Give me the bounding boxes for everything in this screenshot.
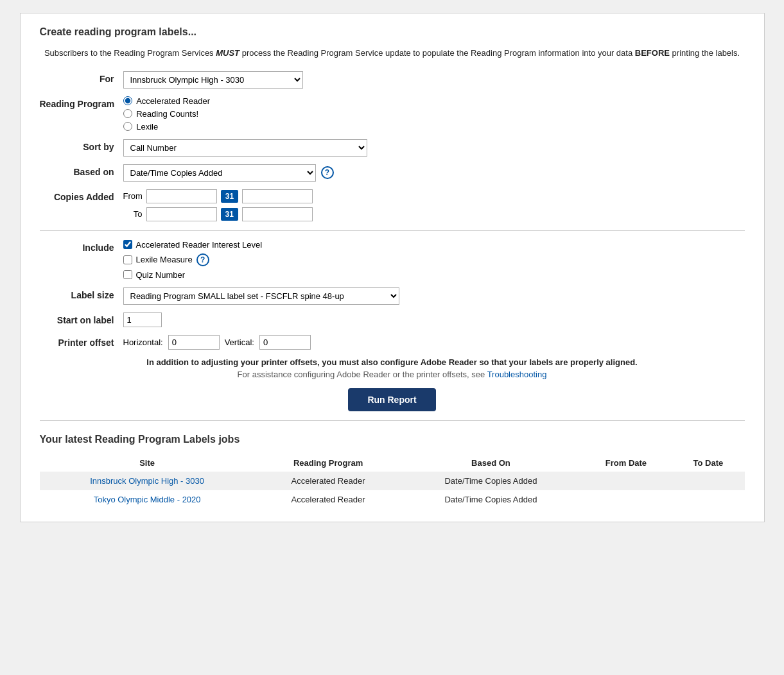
copies-added-label: Copies Added bbox=[40, 189, 123, 202]
col-from-date: From Date bbox=[580, 454, 672, 472]
from-date-input[interactable] bbox=[146, 189, 217, 203]
label-size-row: Label size Reading Program SMALL label s… bbox=[40, 287, 745, 305]
copies-added-content: From 31 To 31 bbox=[123, 189, 745, 221]
checkbox-ar-interest-label: Accelerated Reader Interest Level bbox=[136, 240, 263, 250]
based-on-select[interactable]: Date/Time Copies Added All Copies New Co… bbox=[123, 164, 316, 182]
jobs-section-title: Your latest Reading Program Labels jobs bbox=[40, 434, 745, 445]
start-on-label-row: Start on label bbox=[40, 312, 745, 327]
row1-reading-program: Accelerated Reader bbox=[255, 472, 402, 490]
printer-offset-row-inner: Horizontal: Vertical: bbox=[123, 335, 745, 350]
row2-to-date bbox=[672, 490, 744, 509]
jobs-header-row: Site Reading Program Based On From Date … bbox=[40, 454, 745, 472]
sort-by-row: Sort by Call Number Title Author bbox=[40, 139, 745, 157]
col-to-date: To Date bbox=[672, 454, 744, 472]
notice-must: MUST bbox=[216, 48, 240, 58]
sort-by-select[interactable]: Call Number Title Author bbox=[123, 139, 367, 157]
checkbox-quiz-number-label: Quiz Number bbox=[136, 270, 186, 280]
checkbox-lexile-measure-input[interactable] bbox=[123, 255, 132, 264]
sort-by-label: Sort by bbox=[40, 139, 123, 152]
jobs-table-body: Innsbruck Olympic High - 3030 Accelerate… bbox=[40, 472, 745, 509]
for-content: Innsbruck Olympic High - 3030 Tokyo Olym… bbox=[123, 71, 745, 89]
table-row: Innsbruck Olympic High - 3030 Accelerate… bbox=[40, 472, 745, 490]
include-label: Include bbox=[40, 240, 123, 253]
based-on-content: Date/Time Copies Added All Copies New Co… bbox=[123, 164, 745, 182]
to-time-input[interactable] bbox=[242, 207, 313, 221]
row1-site-link[interactable]: Innsbruck Olympic High - 3030 bbox=[90, 476, 204, 486]
horizontal-label: Horizontal: bbox=[123, 338, 163, 347]
radio-ar[interactable]: Accelerated Reader bbox=[123, 96, 744, 106]
col-site: Site bbox=[40, 454, 255, 472]
checkbox-ar-interest-input[interactable] bbox=[123, 240, 132, 249]
radio-ar-input[interactable] bbox=[123, 96, 132, 105]
from-date-row: From 31 bbox=[123, 189, 745, 203]
checkbox-quiz-number[interactable]: Quiz Number bbox=[123, 270, 745, 280]
horizontal-input[interactable] bbox=[168, 335, 220, 350]
row1-to-date bbox=[672, 472, 744, 490]
notice-before: BEFORE bbox=[635, 48, 670, 58]
based-on-help-icon[interactable]: ? bbox=[321, 166, 334, 179]
page-title: Create reading program labels... bbox=[40, 26, 745, 38]
to-date-row: To 31 bbox=[123, 207, 745, 221]
reading-program-row: Reading Program Accelerated Reader Readi… bbox=[40, 96, 745, 132]
checkbox-lexile-measure[interactable]: Lexile Measure ? bbox=[123, 253, 745, 266]
adobe-notice: In addition to adjusting your printer of… bbox=[40, 357, 745, 367]
run-report-button[interactable]: Run Report bbox=[348, 388, 435, 411]
to-calendar-btn[interactable]: 31 bbox=[221, 208, 238, 221]
row2-site-link[interactable]: Tokyo Olympic Middle - 2020 bbox=[94, 495, 201, 504]
row2-reading-program: Accelerated Reader bbox=[255, 490, 402, 509]
from-time-input[interactable] bbox=[242, 189, 313, 203]
checkbox-quiz-number-input[interactable] bbox=[123, 270, 132, 279]
start-on-label-input[interactable] bbox=[123, 312, 162, 327]
copies-added-section: From 31 To 31 bbox=[123, 189, 745, 221]
checkbox-lexile-measure-label: Lexile Measure bbox=[136, 255, 193, 264]
main-container: Create reading program labels... Subscri… bbox=[20, 13, 765, 522]
from-calendar-btn[interactable]: 31 bbox=[221, 190, 238, 203]
reading-program-label: Reading Program bbox=[40, 96, 124, 109]
row1-from-date bbox=[580, 472, 672, 490]
radio-lexile[interactable]: Lexile bbox=[123, 122, 744, 132]
col-based-on: Based On bbox=[401, 454, 580, 472]
based-on-label: Based on bbox=[40, 164, 123, 177]
notice-line2: process the Reading Program Service upda… bbox=[242, 48, 632, 58]
notice-line3: printing the labels. bbox=[672, 48, 740, 58]
radio-rc-label: Reading Counts! bbox=[136, 109, 198, 119]
based-on-row: Based on Date/Time Copies Added All Copi… bbox=[40, 164, 745, 182]
radio-rc[interactable]: Reading Counts! bbox=[123, 109, 744, 119]
reading-program-radio-group: Accelerated Reader Reading Counts! Lexil… bbox=[123, 96, 744, 132]
row2-from-date bbox=[580, 490, 672, 509]
row2-based-on: Date/Time Copies Added bbox=[401, 490, 580, 509]
label-size-select[interactable]: Reading Program SMALL label set - FSCFLR… bbox=[123, 287, 399, 305]
divider-2 bbox=[40, 420, 745, 421]
include-content: Accelerated Reader Interest Level Lexile… bbox=[123, 240, 745, 280]
radio-ar-label: Accelerated Reader bbox=[136, 96, 210, 106]
radio-lexile-input[interactable] bbox=[123, 122, 132, 131]
checkbox-ar-interest[interactable]: Accelerated Reader Interest Level bbox=[123, 240, 745, 250]
lexile-help-icon[interactable]: ? bbox=[196, 253, 209, 266]
reading-program-content: Accelerated Reader Reading Counts! Lexil… bbox=[123, 96, 744, 132]
row1-site: Innsbruck Olympic High - 3030 bbox=[40, 472, 255, 490]
to-date-input[interactable] bbox=[146, 207, 217, 221]
vertical-input[interactable] bbox=[259, 335, 311, 350]
jobs-section: Your latest Reading Program Labels jobs … bbox=[40, 434, 745, 509]
label-size-content: Reading Program SMALL label set - FSCFLR… bbox=[123, 287, 745, 305]
row2-site: Tokyo Olympic Middle - 2020 bbox=[40, 490, 255, 509]
divider-1 bbox=[40, 230, 745, 231]
label-size-label: Label size bbox=[40, 287, 123, 300]
to-label: To bbox=[123, 209, 143, 219]
include-checkbox-group: Accelerated Reader Interest Level Lexile… bbox=[123, 240, 745, 280]
row1-based-on: Date/Time Copies Added bbox=[401, 472, 580, 490]
troubleshoot-link[interactable]: Troubleshooting bbox=[487, 370, 547, 379]
jobs-table-header: Site Reading Program Based On From Date … bbox=[40, 454, 745, 472]
radio-rc-input[interactable] bbox=[123, 109, 132, 118]
based-on-row-inner: Date/Time Copies Added All Copies New Co… bbox=[123, 164, 745, 182]
printer-offset-row: Printer offset Horizontal: Vertical: bbox=[40, 335, 745, 350]
include-row: Include Accelerated Reader Interest Leve… bbox=[40, 240, 745, 280]
troubleshoot-link-text: For assistance configuring Adobe Reader … bbox=[40, 370, 745, 379]
col-reading-program: Reading Program bbox=[255, 454, 402, 472]
printer-offset-label: Printer offset bbox=[40, 335, 123, 348]
printer-offset-content: Horizontal: Vertical: bbox=[123, 335, 745, 350]
jobs-table: Site Reading Program Based On From Date … bbox=[40, 454, 745, 509]
for-select[interactable]: Innsbruck Olympic High - 3030 Tokyo Olym… bbox=[123, 71, 303, 89]
from-label: From bbox=[123, 191, 143, 201]
for-label: For bbox=[40, 71, 123, 84]
